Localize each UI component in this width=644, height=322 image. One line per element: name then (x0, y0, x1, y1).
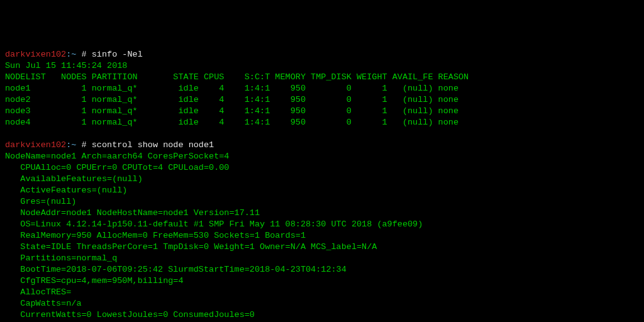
scontrol-line: BootTime=2018-07-06T09:25:42 SlurmdStart… (5, 265, 347, 274)
scontrol-line: AllocTRES= (5, 287, 71, 297)
command-scontrol: scontrol show node node1 (92, 140, 214, 150)
sinfo-row: node3 1 normal_q* idle 4 1:4:1 950 0 1 (… (5, 106, 458, 116)
scontrol-line: OS=Linux 4.12.14-lp150.11-default #1 SMP… (5, 219, 423, 229)
prompt-hash: # (82, 140, 92, 150)
command-sinfo: sinfo -Nel (92, 50, 143, 59)
prompt-hash: # (82, 50, 92, 59)
terminal-content[interactable]: darkvixen102:~ # sinfo -Nel Sun Jul 15 1… (5, 50, 469, 322)
sinfo-row: node2 1 normal_q* idle 4 1:4:1 950 0 1 (… (5, 95, 458, 104)
scontrol-line: CurrentWatts=0 LowestJoules=0 ConsumedJo… (5, 310, 255, 319)
scontrol-line: NodeName=node1 Arch=aarch64 CoresPerSock… (5, 152, 229, 161)
scontrol-line: Gres=(null) (5, 197, 76, 206)
scontrol-line: RealMemory=950 AllocMem=0 FreeMem=530 So… (5, 231, 306, 240)
prompt-path: :~ (66, 50, 81, 59)
scontrol-line: NodeAddr=node1 NodeHostName=node1 Versio… (5, 208, 260, 218)
prompt-line-1: darkvixen102:~ # sinfo -Nel (5, 50, 143, 59)
prompt-host: darkvixen102 (5, 50, 66, 59)
scontrol-line: CfgTRES=cpu=4,mem=950M,billing=4 (5, 276, 184, 286)
scontrol-line: CPUAlloc=0 CPUErr=0 CPUTot=4 CPULoad=0.0… (5, 163, 229, 172)
sinfo-row: node4 1 normal_q* idle 4 1:4:1 950 0 1 (… (5, 118, 458, 127)
scontrol-line: ActiveFeatures=(null) (5, 186, 127, 195)
scontrol-line: CapWatts=n/a (5, 299, 82, 308)
prompt-host: darkvixen102 (5, 140, 66, 150)
scontrol-line: Partitions=normal_q (5, 253, 117, 263)
sinfo-row: node1 1 normal_q* idle 4 1:4:1 950 0 1 (… (5, 84, 458, 93)
scontrol-line: State=IDLE ThreadsPerCore=1 TmpDisk=0 We… (5, 242, 377, 252)
prompt-path: :~ (66, 140, 81, 150)
output-date: Sun Jul 15 11:45:24 2018 (5, 61, 127, 70)
sinfo-header: NODELIST NODES PARTITION STATE CPUS S:C:… (5, 72, 469, 82)
blank-line (5, 129, 10, 138)
prompt-line-2: darkvixen102:~ # scontrol show node node… (5, 140, 214, 150)
scontrol-line: AvailableFeatures=(null) (5, 174, 143, 184)
